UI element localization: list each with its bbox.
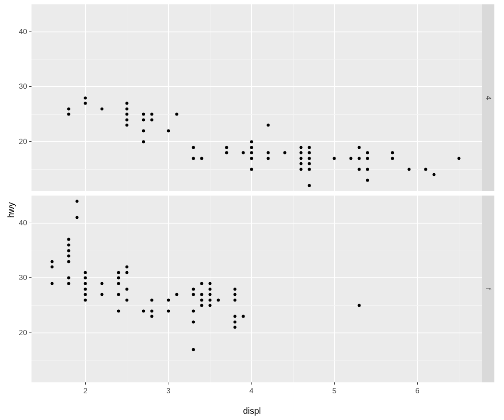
data-point [51, 266, 54, 269]
y-tick-label: 20 [10, 137, 27, 146]
facet-label-0: 4 [484, 96, 493, 100]
data-point [192, 146, 195, 149]
data-point [300, 162, 303, 165]
x-tick-mark [168, 382, 169, 385]
data-point [126, 287, 129, 290]
data-point [126, 107, 129, 110]
y-tick-label: 30 [10, 82, 27, 91]
data-point [84, 271, 87, 274]
data-point [51, 260, 54, 263]
data-point [67, 282, 70, 285]
data-point [208, 298, 211, 301]
grid-v [334, 4, 335, 191]
data-point [67, 107, 70, 110]
grid-h-minor [32, 251, 482, 251]
grid-v [251, 4, 252, 191]
grid-h [32, 32, 482, 32]
data-point [192, 293, 195, 296]
data-point [150, 118, 154, 121]
data-point [126, 102, 129, 105]
y-tick-label: 40 [10, 28, 27, 36]
grid-v-minor [376, 196, 376, 382]
x-tick-label: 6 [409, 387, 426, 396]
data-point [250, 146, 253, 149]
data-point [200, 298, 203, 301]
data-point [84, 287, 87, 290]
data-point [126, 118, 129, 121]
data-point [200, 282, 203, 285]
data-point [142, 129, 145, 132]
grid-v-minor [293, 196, 294, 382]
data-point [408, 168, 411, 171]
data-point [208, 287, 211, 290]
grid-v-minor [210, 4, 210, 191]
data-point [358, 304, 361, 307]
data-point [101, 282, 104, 285]
data-point [175, 293, 178, 296]
data-point [200, 304, 203, 307]
data-point [225, 151, 228, 154]
data-point [84, 282, 87, 285]
data-point [424, 168, 427, 171]
data-point [67, 276, 70, 280]
x-tick-mark [417, 382, 418, 385]
data-point [308, 168, 311, 171]
data-point [457, 157, 460, 160]
grid-h-minor [32, 60, 482, 60]
data-point [76, 216, 79, 219]
data-point [167, 309, 170, 312]
data-point [150, 298, 154, 301]
y-tick-mark [29, 141, 32, 142]
y-tick-label: 30 [10, 273, 27, 282]
data-point [266, 151, 270, 154]
y-tick-label: 20 [10, 329, 27, 337]
data-point [175, 113, 178, 116]
data-point [167, 298, 170, 301]
data-point [208, 282, 211, 285]
x-tick-label: 2 [77, 387, 94, 396]
data-point [167, 129, 170, 132]
y-axis-title: hwy [6, 202, 16, 218]
data-point [366, 178, 369, 182]
grid-h-minor [32, 360, 482, 361]
data-point [242, 315, 245, 318]
chart-panel-1 [32, 196, 482, 382]
data-point [192, 348, 195, 351]
data-point [358, 168, 361, 171]
x-tick-mark [85, 382, 86, 385]
data-point [101, 107, 104, 110]
data-point [192, 157, 195, 160]
data-point [117, 276, 120, 280]
data-point [233, 298, 236, 301]
y-tick-mark [29, 32, 32, 32]
grid-h [32, 141, 482, 142]
data-point [225, 146, 228, 149]
data-point [192, 320, 195, 323]
data-point [84, 102, 87, 105]
data-point [233, 320, 236, 323]
data-point [233, 315, 236, 318]
chart-panel-0 [32, 4, 482, 191]
y-tick-mark [29, 223, 32, 224]
data-point [117, 282, 120, 285]
data-point [300, 157, 303, 160]
data-point [432, 173, 435, 176]
data-point [67, 113, 70, 116]
data-point [67, 238, 70, 241]
data-point [358, 157, 361, 160]
data-point [266, 124, 270, 127]
data-point [308, 184, 311, 187]
grid-v [334, 196, 335, 382]
data-point [217, 298, 220, 301]
data-point [150, 315, 154, 318]
grid-v-minor [459, 4, 459, 191]
data-point [250, 168, 253, 171]
data-point [208, 304, 211, 307]
data-point [308, 151, 311, 154]
data-point [208, 293, 211, 296]
grid-v [251, 196, 252, 382]
x-tick-label: 4 [243, 387, 260, 396]
y-tick-label: 40 [10, 219, 27, 228]
x-axis-title: displ [243, 406, 261, 416]
x-tick-mark [251, 382, 252, 385]
